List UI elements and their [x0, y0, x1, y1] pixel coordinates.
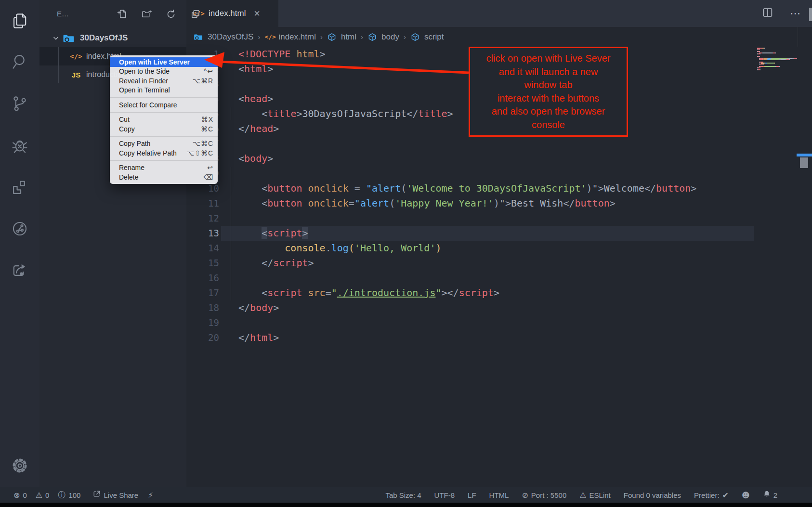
line-number[interactable]: 12 — [186, 211, 219, 226]
menu-item-label: Open in Terminal — [119, 86, 213, 94]
activity-debug-icon[interactable] — [11, 136, 29, 155]
breadcrumb-item-index-html[interactable]: </>index.html — [264, 32, 315, 42]
menu-item-delete[interactable]: Delete⌫ — [110, 172, 218, 182]
menu-item-label: Open to the Side — [119, 67, 204, 75]
folder-label: 30DaysOfJS — [80, 33, 128, 43]
line-number[interactable]: 13 — [186, 226, 219, 241]
menu-item-shortcut: ^↩ — [204, 67, 213, 75]
status-lf[interactable]: LF — [468, 491, 476, 499]
status-label: Port : 5500 — [531, 491, 566, 499]
scrollbar-marker — [797, 154, 812, 156]
more-actions-icon[interactable]: ⋯ — [790, 7, 801, 20]
error-icon: ⊗ — [13, 491, 20, 500]
menu-item-shortcut: ⌘X — [201, 116, 213, 123]
menu-separator — [110, 97, 218, 98]
line-number[interactable]: 18 — [186, 300, 219, 315]
breadcrumb-item-body[interactable]: body — [367, 32, 399, 42]
breadcrumb-item-script[interactable]: script — [410, 32, 444, 42]
code-line-11[interactable]: 11 <button onclick="alert('Happy New Yea… — [186, 196, 812, 211]
smiley-icon: ☻ — [742, 491, 750, 500]
breadcrumb-item-30daysofjs[interactable]: 30DaysOfJS — [194, 32, 253, 42]
new-folder-icon[interactable] — [141, 9, 152, 21]
breadcrumb-label: 30DaysOfJS — [208, 32, 253, 42]
menu-item-reveal-in-finder[interactable]: Reveal in Finder⌥⌘R — [110, 76, 218, 86]
js-file-icon: JS — [70, 70, 82, 79]
menu-item-rename[interactable]: Rename↩ — [110, 163, 218, 173]
status-tab-size-4[interactable]: Tab Size: 4 — [385, 491, 421, 499]
menu-item-copy-path[interactable]: Copy Path⌥⌘C — [110, 139, 218, 149]
code-line-18[interactable]: 18</body> — [186, 300, 812, 315]
activity-live-share-icon[interactable] — [11, 220, 29, 238]
activity-search-icon[interactable] — [11, 52, 29, 71]
menu-item-open-in-terminal[interactable]: Open in Terminal — [110, 86, 218, 95]
tab-close-icon[interactable]: ✕ — [253, 9, 260, 19]
line-number[interactable]: 20 — [186, 330, 219, 345]
prohibited-icon: ⊘ — [522, 491, 528, 500]
status-html[interactable]: HTML — [489, 491, 509, 499]
menu-item-cut[interactable]: Cut⌘X — [110, 115, 218, 125]
code-text: <title>30DaysOfJavaScript</title> — [238, 106, 453, 121]
minimap[interactable] — [757, 48, 798, 71]
code-line-7[interactable]: 7 — [186, 136, 812, 151]
breadcrumb-item-html[interactable]: html — [327, 32, 356, 42]
breadcrumb-label: script — [424, 32, 444, 42]
status-label: 0 — [23, 491, 26, 499]
menu-separator — [110, 160, 218, 161]
status-label: Found 0 variables — [624, 491, 681, 499]
menu-item-shortcut: ⌥⌘R — [193, 77, 213, 85]
menu-item-select-for-compare[interactable]: Select for Compare — [110, 100, 218, 110]
status-prettier[interactable]: Prettier:✔ — [694, 491, 729, 500]
line-number[interactable]: 19 — [186, 315, 219, 330]
code-line-12[interactable]: 12 — [186, 211, 812, 226]
status-100[interactable]: ⓘ100 — [58, 490, 80, 500]
activity-source-control-icon[interactable] — [11, 94, 29, 113]
line-number[interactable]: 11 — [186, 196, 219, 211]
activity-explorer-icon[interactable] — [11, 12, 29, 30]
annotation-line: interact with the buttons — [470, 92, 627, 105]
status-0[interactable]: ⚠0 — [36, 491, 50, 500]
menu-item-open-with-live-server[interactable]: Open with Live Server — [110, 57, 218, 67]
folder-row-30daysofjs[interactable]: 30DaysOfJS — [39, 29, 186, 47]
menu-item-shortcut: ⌘C — [201, 125, 213, 133]
status-smiley[interactable]: ☻ — [742, 491, 750, 500]
line-number[interactable]: 17 — [186, 286, 219, 300]
status-0[interactable]: ⊗0 — [13, 491, 27, 500]
new-file-icon[interactable] — [117, 9, 127, 21]
line-number[interactable]: 14 — [186, 241, 219, 256]
code-line-10[interactable]: 10 <button onclick = "alert('Welcome to … — [186, 181, 812, 196]
menu-item-copy-relative-path[interactable]: Copy Relative Path⌥⇧⌘C — [110, 148, 218, 158]
status-port-5500[interactable]: ⊘Port : 5500 — [522, 491, 566, 500]
status-2[interactable]: 2 — [763, 490, 777, 500]
code-line-19[interactable]: 19 — [186, 315, 812, 330]
status-eslint[interactable]: ⚠ESLint — [579, 491, 611, 500]
line-number[interactable]: 16 — [186, 271, 219, 286]
menu-item-open-to-the-side[interactable]: Open to the Side^↩ — [110, 67, 218, 77]
code-line-16[interactable]: 16 — [186, 271, 812, 286]
settings-gear-icon[interactable] — [11, 456, 29, 475]
info-icon: ⓘ — [58, 490, 65, 500]
activity-share-feedback-icon[interactable] — [11, 261, 29, 279]
code-line-9[interactable]: 9 — [186, 166, 812, 181]
code-line-20[interactable]: 20</html> — [186, 330, 812, 345]
collapse-all-icon[interactable] — [190, 9, 201, 21]
status-found-0-variables[interactable]: Found 0 variables — [624, 491, 681, 499]
refresh-icon[interactable] — [166, 9, 176, 21]
scrollbar-thumb[interactable] — [800, 157, 808, 168]
menu-separator — [110, 136, 218, 137]
status-bolt[interactable]: ⚡ — [148, 491, 153, 500]
activity-extensions-icon[interactable] — [11, 178, 29, 196]
split-editor-icon[interactable] — [762, 7, 773, 20]
code-line-8[interactable]: 8<body> — [186, 151, 812, 166]
html-file-icon: </> — [70, 52, 82, 61]
code-text: console.log('Hello, World') — [238, 241, 441, 256]
status-utf-8[interactable]: UTF-8 — [434, 491, 455, 499]
code-line-17[interactable]: 17 <script src="./introduction.js"></scr… — [186, 286, 812, 300]
code-line-14[interactable]: 14 console.log('Hello, World') — [186, 241, 812, 256]
breadcrumb-label: html — [341, 32, 356, 42]
status-live-share[interactable]: Live Share — [93, 490, 138, 500]
warning-icon: ⚠ — [36, 491, 42, 500]
line-number[interactable]: 15 — [186, 256, 219, 271]
code-line-13[interactable]: 13 <script> — [186, 226, 812, 241]
code-line-15[interactable]: 15 </script> — [186, 256, 812, 271]
menu-item-copy[interactable]: Copy⌘C — [110, 124, 218, 134]
